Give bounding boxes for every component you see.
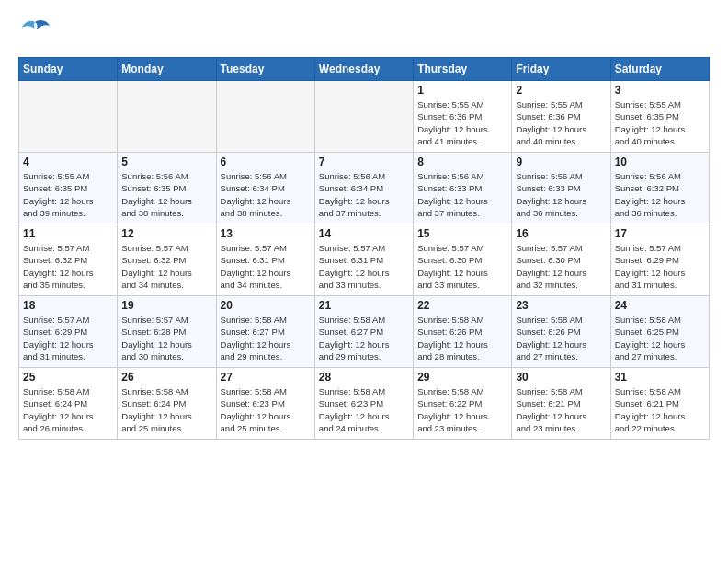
- day-number: 16: [516, 227, 606, 240]
- calendar-cell: 24Sunrise: 5:58 AM Sunset: 6:25 PM Dayli…: [610, 296, 709, 368]
- calendar-cell: 6Sunrise: 5:56 AM Sunset: 6:34 PM Daylig…: [216, 153, 314, 224]
- calendar-cell: 23Sunrise: 5:58 AM Sunset: 6:26 PM Dayli…: [512, 296, 610, 368]
- weekday-header-wednesday: Wednesday: [314, 58, 413, 81]
- calendar-cell: 22Sunrise: 5:58 AM Sunset: 6:26 PM Dayli…: [414, 296, 512, 368]
- day-info: Sunrise: 5:57 AM Sunset: 6:29 PM Dayligh…: [615, 242, 705, 291]
- weekday-header-saturday: Saturday: [610, 58, 709, 81]
- calendar-cell: 2Sunrise: 5:55 AM Sunset: 6:36 PM Daylig…: [512, 81, 610, 153]
- calendar-cell: 27Sunrise: 5:58 AM Sunset: 6:23 PM Dayli…: [216, 368, 314, 440]
- day-number: 12: [121, 227, 211, 240]
- day-number: 3: [615, 84, 705, 97]
- calendar-cell: 5Sunrise: 5:56 AM Sunset: 6:35 PM Daylig…: [118, 153, 216, 224]
- calendar-week-5: 25Sunrise: 5:58 AM Sunset: 6:24 PM Dayli…: [19, 368, 710, 440]
- logo-icon: [18, 15, 51, 48]
- calendar-cell: [216, 81, 314, 153]
- day-number: 13: [221, 227, 311, 240]
- day-info: Sunrise: 5:58 AM Sunset: 6:27 PM Dayligh…: [221, 314, 311, 362]
- calendar-cell: 29Sunrise: 5:58 AM Sunset: 6:22 PM Dayli…: [414, 368, 512, 440]
- day-number: 26: [121, 371, 211, 384]
- calendar-cell: 18Sunrise: 5:57 AM Sunset: 6:29 PM Dayli…: [19, 296, 118, 368]
- day-number: 19: [121, 299, 211, 312]
- day-number: 7: [319, 155, 409, 168]
- day-info: Sunrise: 5:57 AM Sunset: 6:32 PM Dayligh…: [23, 242, 113, 291]
- calendar-cell: 30Sunrise: 5:58 AM Sunset: 6:21 PM Dayli…: [512, 368, 610, 440]
- day-number: 24: [615, 299, 705, 312]
- day-number: 2: [516, 84, 606, 97]
- calendar-cell: 3Sunrise: 5:55 AM Sunset: 6:35 PM Daylig…: [610, 81, 709, 153]
- day-info: Sunrise: 5:58 AM Sunset: 6:21 PM Dayligh…: [516, 385, 606, 434]
- day-info: Sunrise: 5:57 AM Sunset: 6:30 PM Dayligh…: [417, 242, 507, 291]
- calendar-cell: 13Sunrise: 5:57 AM Sunset: 6:31 PM Dayli…: [216, 224, 314, 296]
- calendar-week-4: 18Sunrise: 5:57 AM Sunset: 6:29 PM Dayli…: [19, 296, 710, 368]
- calendar-cell: 11Sunrise: 5:57 AM Sunset: 6:32 PM Dayli…: [19, 224, 118, 296]
- day-number: 20: [221, 299, 311, 312]
- day-info: Sunrise: 5:58 AM Sunset: 6:24 PM Dayligh…: [23, 385, 113, 434]
- calendar-week-1: 1Sunrise: 5:55 AM Sunset: 6:36 PM Daylig…: [19, 81, 710, 153]
- day-number: 25: [23, 371, 113, 384]
- day-info: Sunrise: 5:57 AM Sunset: 6:29 PM Dayligh…: [23, 314, 113, 362]
- calendar-cell: 14Sunrise: 5:57 AM Sunset: 6:31 PM Dayli…: [314, 224, 413, 296]
- day-number: 31: [615, 371, 705, 384]
- calendar-cell: 15Sunrise: 5:57 AM Sunset: 6:30 PM Dayli…: [414, 224, 512, 296]
- day-number: 10: [615, 155, 705, 168]
- calendar-cell: [19, 81, 118, 153]
- calendar-cell: 19Sunrise: 5:57 AM Sunset: 6:28 PM Dayli…: [118, 296, 216, 368]
- day-info: Sunrise: 5:56 AM Sunset: 6:35 PM Dayligh…: [121, 170, 211, 219]
- day-info: Sunrise: 5:58 AM Sunset: 6:27 PM Dayligh…: [319, 314, 409, 362]
- weekday-header-row: SundayMondayTuesdayWednesdayThursdayFrid…: [19, 58, 710, 81]
- day-info: Sunrise: 5:58 AM Sunset: 6:23 PM Dayligh…: [319, 385, 409, 434]
- day-number: 8: [417, 155, 507, 168]
- calendar-cell: 10Sunrise: 5:56 AM Sunset: 6:32 PM Dayli…: [610, 153, 709, 224]
- day-number: 23: [516, 299, 606, 312]
- svg-rect-0: [18, 15, 51, 48]
- calendar-week-3: 11Sunrise: 5:57 AM Sunset: 6:32 PM Dayli…: [19, 224, 710, 296]
- day-number: 21: [319, 299, 409, 312]
- day-info: Sunrise: 5:57 AM Sunset: 6:30 PM Dayligh…: [516, 242, 606, 291]
- calendar-cell: 31Sunrise: 5:58 AM Sunset: 6:21 PM Dayli…: [610, 368, 709, 440]
- day-info: Sunrise: 5:58 AM Sunset: 6:24 PM Dayligh…: [121, 385, 211, 434]
- day-info: Sunrise: 5:58 AM Sunset: 6:26 PM Dayligh…: [417, 314, 507, 362]
- day-info: Sunrise: 5:58 AM Sunset: 6:22 PM Dayligh…: [417, 385, 507, 434]
- day-info: Sunrise: 5:57 AM Sunset: 6:32 PM Dayligh…: [121, 242, 211, 291]
- day-number: 30: [516, 371, 606, 384]
- weekday-header-thursday: Thursday: [414, 58, 512, 81]
- logo: [18, 15, 57, 48]
- calendar-cell: [118, 81, 216, 153]
- day-number: 29: [417, 371, 507, 384]
- calendar-cell: 8Sunrise: 5:56 AM Sunset: 6:33 PM Daylig…: [414, 153, 512, 224]
- page: SundayMondayTuesdayWednesdayThursdayFrid…: [0, 0, 728, 563]
- weekday-header-tuesday: Tuesday: [216, 58, 314, 81]
- calendar: SundayMondayTuesdayWednesdayThursdayFrid…: [18, 57, 710, 440]
- day-info: Sunrise: 5:56 AM Sunset: 6:34 PM Dayligh…: [319, 170, 409, 219]
- day-number: 6: [221, 155, 311, 168]
- calendar-cell: 12Sunrise: 5:57 AM Sunset: 6:32 PM Dayli…: [118, 224, 216, 296]
- day-number: 5: [121, 155, 211, 168]
- day-info: Sunrise: 5:57 AM Sunset: 6:31 PM Dayligh…: [221, 242, 311, 291]
- weekday-header-sunday: Sunday: [19, 58, 118, 81]
- calendar-cell: 25Sunrise: 5:58 AM Sunset: 6:24 PM Dayli…: [19, 368, 118, 440]
- calendar-cell: 20Sunrise: 5:58 AM Sunset: 6:27 PM Dayli…: [216, 296, 314, 368]
- day-info: Sunrise: 5:56 AM Sunset: 6:34 PM Dayligh…: [221, 170, 311, 219]
- day-info: Sunrise: 5:56 AM Sunset: 6:32 PM Dayligh…: [615, 170, 705, 219]
- calendar-cell: 28Sunrise: 5:58 AM Sunset: 6:23 PM Dayli…: [314, 368, 413, 440]
- weekday-header-monday: Monday: [118, 58, 216, 81]
- day-number: 9: [516, 155, 606, 168]
- day-info: Sunrise: 5:58 AM Sunset: 6:23 PM Dayligh…: [221, 385, 311, 434]
- calendar-cell: 4Sunrise: 5:55 AM Sunset: 6:35 PM Daylig…: [19, 153, 118, 224]
- day-number: 17: [615, 227, 705, 240]
- day-info: Sunrise: 5:55 AM Sunset: 6:35 PM Dayligh…: [23, 170, 113, 219]
- day-info: Sunrise: 5:58 AM Sunset: 6:26 PM Dayligh…: [516, 314, 606, 362]
- day-number: 27: [221, 371, 311, 384]
- day-info: Sunrise: 5:55 AM Sunset: 6:35 PM Dayligh…: [615, 98, 705, 147]
- calendar-cell: 1Sunrise: 5:55 AM Sunset: 6:36 PM Daylig…: [414, 81, 512, 153]
- day-number: 4: [23, 155, 113, 168]
- calendar-cell: 9Sunrise: 5:56 AM Sunset: 6:33 PM Daylig…: [512, 153, 610, 224]
- day-info: Sunrise: 5:58 AM Sunset: 6:25 PM Dayligh…: [615, 314, 705, 362]
- calendar-cell: 7Sunrise: 5:56 AM Sunset: 6:34 PM Daylig…: [314, 153, 413, 224]
- day-info: Sunrise: 5:56 AM Sunset: 6:33 PM Dayligh…: [417, 170, 507, 219]
- day-number: 15: [417, 227, 507, 240]
- calendar-week-2: 4Sunrise: 5:55 AM Sunset: 6:35 PM Daylig…: [19, 153, 710, 224]
- day-number: 22: [417, 299, 507, 312]
- calendar-cell: 21Sunrise: 5:58 AM Sunset: 6:27 PM Dayli…: [314, 296, 413, 368]
- header: [18, 15, 710, 48]
